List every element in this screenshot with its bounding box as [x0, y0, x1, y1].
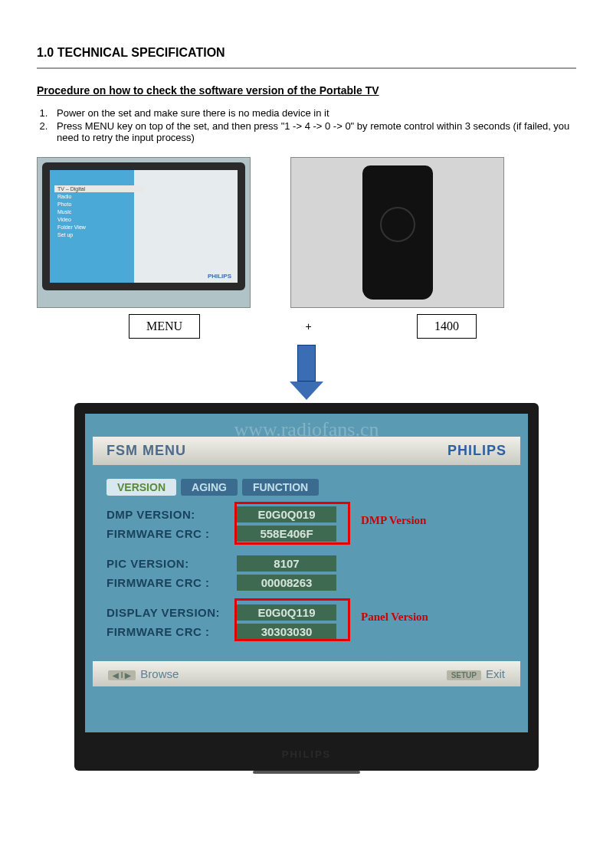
tv-menu-item: TV – Digital: [54, 185, 144, 192]
fsm-tabs: VERSION AGING FUNCTION: [107, 479, 506, 496]
row-label: FIRMWARE CRC :: [107, 527, 237, 540]
highlight-dmp-box: [234, 502, 350, 545]
menu-box: MENU: [129, 314, 200, 339]
tv-frame: TV – Digital Radio Photo Music Video Fol…: [42, 162, 245, 290]
tab-aging[interactable]: AGING: [181, 479, 238, 496]
tv-frame-brand: PHILIPS: [282, 748, 332, 760]
tv-menu-item: Folder View: [54, 224, 144, 231]
input-sequence-row: MENU + 1400: [37, 314, 576, 339]
row-value: 00008263: [237, 575, 336, 591]
row-label: DMP VERSION:: [107, 508, 237, 521]
row-label: FIRMWARE CRC :: [107, 625, 237, 638]
procedure-subtitle: Procedure on how to check the software v…: [37, 84, 576, 97]
tv-menu-item: Radio: [54, 193, 144, 200]
horizontal-rule: [37, 67, 576, 69]
nav-exit: SETUPExit: [447, 667, 505, 680]
setup-button-icon: SETUP: [447, 670, 481, 680]
fsm-footer: ◀ I ▶Browse SETUPExit: [93, 661, 520, 686]
data-row: PIC VERSION:8107: [107, 555, 506, 572]
document-page: 1.0 TECHNICAL SPECIFICATION Procedure on…: [0, 0, 613, 868]
highlight-panel-box: [234, 598, 350, 641]
procedure-steps: Power on the set and make sure there is …: [51, 107, 576, 143]
tv-menu-item: Video: [54, 216, 144, 223]
row-label: DISPLAY VERSION:: [107, 606, 237, 619]
fsm-tv-photo: www.radiofans.cn FSM MENU PHILIPS VERSIO…: [74, 403, 539, 771]
tab-function[interactable]: FUNCTION: [242, 479, 319, 496]
photo-row: TV – Digital Radio Photo Music Video Fol…: [37, 157, 576, 308]
row-value: 8107: [237, 555, 336, 572]
tv-menu-item: Photo: [54, 201, 144, 208]
tab-version[interactable]: VERSION: [107, 479, 176, 496]
section-title: 1.0 TECHNICAL SPECIFICATION: [37, 46, 576, 60]
fsm-title: FSM MENU: [107, 443, 186, 459]
arrows-icon: ◀ I ▶: [108, 670, 136, 680]
fsm-screen: www.radiofans.cn FSM MENU PHILIPS VERSIO…: [85, 414, 528, 732]
annotation-dmp: DMP Version: [361, 514, 426, 527]
tv-brand-logo: PHILIPS: [208, 273, 231, 280]
tv-screen: TV – Digital Radio Photo Music Video Fol…: [50, 170, 238, 283]
row-label: PIC VERSION:: [107, 557, 237, 570]
arrow-down-icon: [37, 345, 576, 400]
tv-menu-item: Music: [54, 208, 144, 215]
watermark: www.radiofans.cn: [234, 418, 379, 441]
tv-photo: TV – Digital Radio Photo Music Video Fol…: [37, 157, 251, 308]
remote-control: [362, 165, 433, 300]
data-row: FIRMWARE CRC :00008263: [107, 575, 506, 591]
tv-menu-item: Set up: [54, 231, 144, 238]
tv-stand: [253, 771, 360, 774]
tv-small-menu: TV – Digital Radio Photo Music Video Fol…: [54, 185, 144, 239]
fsm-body: VERSION AGING FUNCTION DMP VERSION:E0G0Q…: [93, 470, 520, 657]
annotation-panel: Panel Version: [361, 611, 428, 624]
plus-sign: +: [305, 320, 311, 332]
remote-photo: [290, 157, 504, 308]
code-box: 1400: [417, 314, 477, 339]
nav-browse: ◀ I ▶Browse: [108, 667, 179, 680]
philips-logo: PHILIPS: [447, 443, 506, 459]
step-2: Press MENU key on top of the set, and th…: [51, 120, 576, 143]
row-label: FIRMWARE CRC :: [107, 576, 237, 589]
step-1: Power on the set and make sure there is …: [51, 107, 576, 119]
